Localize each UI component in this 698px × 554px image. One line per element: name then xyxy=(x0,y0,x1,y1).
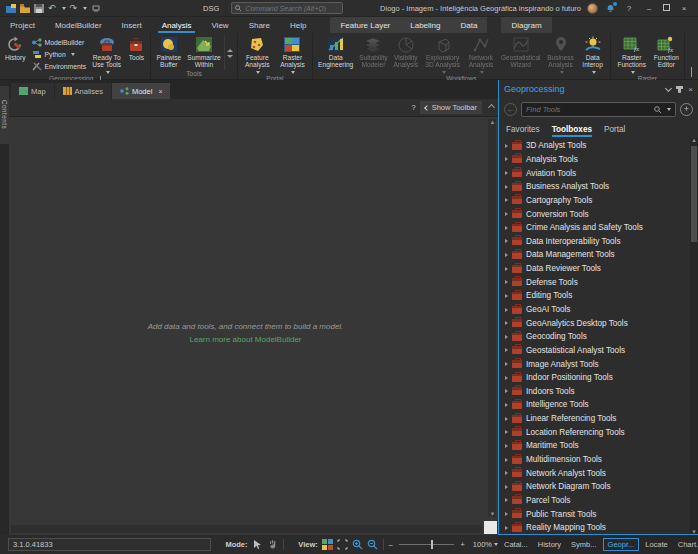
doc-tab-analises[interactable]: Analises xyxy=(55,83,111,99)
minimize-button[interactable]: – xyxy=(643,4,655,13)
tab-favorites[interactable]: Favorites xyxy=(506,121,540,138)
ready-to-use-dropdown-icon[interactable] xyxy=(106,71,110,74)
search-history-dropdown-icon[interactable] xyxy=(667,108,671,111)
tab-help[interactable]: Help xyxy=(280,17,316,33)
find-tools-box[interactable] xyxy=(521,102,676,117)
dock-tab-geoprocessing[interactable]: Geopr... xyxy=(603,538,640,551)
expand-arrow-icon[interactable] xyxy=(505,376,508,380)
exploratory-3d-dropdown-icon[interactable] xyxy=(442,71,446,74)
expand-arrow-icon[interactable] xyxy=(505,321,508,325)
expand-arrow-icon[interactable] xyxy=(505,362,508,366)
zoom-in-icon[interactable] xyxy=(352,539,363,550)
expand-arrow-icon[interactable] xyxy=(505,458,508,462)
zoom-plus-label[interactable]: + xyxy=(460,540,464,549)
toolbox-item[interactable]: Indoors Tools xyxy=(499,385,698,399)
expand-arrow-icon[interactable] xyxy=(505,198,508,202)
toolbox-item[interactable]: Network Diagram Tools xyxy=(499,480,698,494)
expand-arrow-icon[interactable] xyxy=(505,185,508,189)
show-toolbar-button[interactable]: Show Toolbar xyxy=(420,101,482,114)
tab-feature-layer[interactable]: Feature Layer xyxy=(330,17,400,33)
command-search-input[interactable] xyxy=(245,5,339,12)
business-analysis-dropdown-icon[interactable] xyxy=(560,71,564,74)
toolbox-item[interactable]: Network Analyst Tools xyxy=(499,466,698,480)
expand-arrow-icon[interactable] xyxy=(505,335,508,339)
close-tab-icon[interactable]: × xyxy=(158,88,162,95)
command-search-box[interactable] xyxy=(231,2,343,14)
suitability-modeler-button[interactable]: Suitability Modeler xyxy=(356,34,390,68)
tab-labeling[interactable]: Labeling xyxy=(400,17,450,33)
network-analysis-button[interactable]: Network Analysis xyxy=(464,34,498,75)
tab-share[interactable]: Share xyxy=(239,17,280,33)
modelbuilder-button[interactable]: ModelBuilder xyxy=(29,36,90,48)
expand-arrow-icon[interactable] xyxy=(505,417,508,421)
undo-button[interactable]: ↶ xyxy=(48,4,56,13)
tab-view[interactable]: View xyxy=(201,17,238,33)
auto-layout-icon[interactable] xyxy=(322,539,333,550)
save-icon[interactable] xyxy=(34,4,44,13)
close-button[interactable]: × xyxy=(678,4,690,13)
toolbox-item[interactable]: Indoor Positioning Tools xyxy=(499,371,698,385)
open-project-icon[interactable] xyxy=(20,4,30,13)
tools-button[interactable]: Tools xyxy=(124,34,148,61)
raster-functions-dropdown-icon[interactable] xyxy=(631,71,635,74)
ready-to-use-tools-button[interactable]: Ready To Use Tools xyxy=(89,34,124,75)
toolbox-item[interactable]: Image Analyst Tools xyxy=(499,357,698,371)
pairwise-buffer-button[interactable]: Pairwise Buffer xyxy=(153,34,184,68)
panel-close-icon[interactable]: × xyxy=(688,85,693,94)
expand-arrow-icon[interactable] xyxy=(505,308,508,312)
toolbox-item[interactable]: Intelligence Tools xyxy=(499,398,698,412)
toolbox-item[interactable]: Maritime Tools xyxy=(499,439,698,453)
redo-button[interactable]: ↷ xyxy=(70,4,78,13)
expand-arrow-icon[interactable] xyxy=(505,280,508,284)
zoom-percentage[interactable]: 100% xyxy=(473,540,492,549)
vertical-scrollbar[interactable]: ▲ ▼ xyxy=(488,119,496,517)
toolbox-item[interactable]: Analysis Tools xyxy=(499,153,698,167)
visibility-analysis-button[interactable]: Visibility Analysis xyxy=(391,34,422,68)
expand-arrow-icon[interactable] xyxy=(505,144,508,148)
list-scrollbar[interactable]: ▲ ▼ xyxy=(690,138,698,534)
expand-arrow-icon[interactable] xyxy=(505,239,508,243)
toolbox-item[interactable]: Multidimension Tools xyxy=(499,453,698,467)
toolbox-item[interactable]: Aviation Tools xyxy=(499,166,698,180)
dock-tab-history[interactable]: History xyxy=(534,539,565,550)
zoom-slider[interactable] xyxy=(399,544,455,545)
zoom-slider-thumb[interactable] xyxy=(431,540,433,549)
toolbox-item[interactable]: Data Management Tools xyxy=(499,248,698,262)
tab-analysis[interactable]: Analysis xyxy=(152,17,202,33)
tab-insert[interactable]: Insert xyxy=(112,17,152,33)
horizontal-scrollbar[interactable] xyxy=(11,525,482,533)
toolbox-item[interactable]: Data Reviewer Tools xyxy=(499,262,698,276)
toolbox-item[interactable]: Defense Tools xyxy=(499,275,698,289)
toolbox-item[interactable]: Reality Mapping Tools xyxy=(499,521,698,534)
expand-arrow-icon[interactable] xyxy=(505,157,508,161)
scroll-down-icon[interactable]: ▼ xyxy=(691,529,697,534)
doc-tab-map[interactable]: Map xyxy=(11,83,54,99)
raster-analysis-dropdown-icon[interactable] xyxy=(291,71,295,74)
tab-project[interactable]: Project xyxy=(0,17,45,33)
raster-analysis-button[interactable]: Raster Analysis xyxy=(275,34,310,75)
toolbox-item[interactable]: GeoAnalytics Desktop Tools xyxy=(499,316,698,330)
contents-pane-tab[interactable]: Contents xyxy=(0,86,9,144)
add-toolbox-button[interactable]: + xyxy=(680,103,693,116)
expand-arrow-icon[interactable] xyxy=(505,512,508,516)
notifications-bell-icon[interactable] xyxy=(606,3,615,13)
expand-arrow-icon[interactable] xyxy=(505,526,508,530)
expand-arrow-icon[interactable] xyxy=(505,171,508,175)
expand-arrow-icon[interactable] xyxy=(505,348,508,352)
geostatistical-wizard-button[interactable]: Geostatistical Wizard xyxy=(498,34,544,68)
ribbon-collapse-button[interactable] xyxy=(685,68,698,79)
toolbar-collapse-button[interactable] xyxy=(486,101,496,114)
function-editor-button[interactable]: fx Function Editor xyxy=(651,34,682,68)
data-interop-button[interactable]: Data Interop xyxy=(577,34,607,75)
toolbox-item[interactable]: Conversion Tools xyxy=(499,207,698,221)
expand-arrow-icon[interactable] xyxy=(505,403,508,407)
user-avatar[interactable] xyxy=(587,3,598,14)
tab-modelbuilder[interactable]: ModelBuilder xyxy=(45,17,112,33)
tab-diagram[interactable]: Diagram xyxy=(501,17,551,33)
dock-tab-locate[interactable]: Locate xyxy=(641,539,672,550)
history-button[interactable]: History xyxy=(2,34,29,61)
toolbox-item[interactable]: Parcel Tools xyxy=(499,494,698,508)
expand-arrow-icon[interactable] xyxy=(505,389,508,393)
pin-icon[interactable] xyxy=(678,86,681,93)
dock-tab-chart[interactable]: Chart... xyxy=(674,539,698,550)
